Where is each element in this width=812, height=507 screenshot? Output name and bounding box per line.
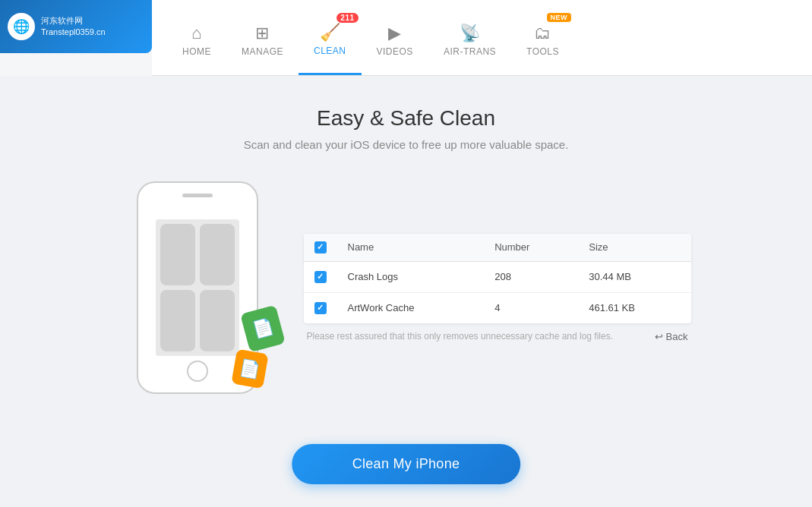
- table-footer: Please rest assured that this only remov…: [304, 323, 691, 342]
- footer-note: Please rest assured that this only remov…: [307, 331, 614, 342]
- file-orange-icon: 📄: [238, 357, 261, 380]
- back-button[interactable]: ↩ Back: [655, 331, 688, 342]
- row1-size: 30.44 MB: [578, 261, 690, 292]
- row2-checkbox-cell: [304, 292, 337, 323]
- table-row: Crash Logs 208 30.44 MB: [304, 261, 691, 292]
- tools-badge: NEW: [547, 13, 572, 22]
- nav-item-air-trans[interactable]: 📡 AIR-TRANS: [428, 7, 511, 75]
- clean-icon: 🧹: [320, 24, 341, 41]
- nav-item-home[interactable]: ⌂ HOME: [167, 7, 226, 75]
- clean-button-container: Clean My iPhone: [292, 444, 521, 484]
- row2-name: ArtWork Cache: [337, 292, 485, 323]
- phone-app-3: [160, 290, 195, 351]
- manage-icon: ⊞: [255, 25, 270, 42]
- clean-badge: 211: [336, 13, 358, 23]
- main-content: Easy & Safe Clean Scan and clean your iO…: [0, 76, 812, 507]
- phone-app-2: [200, 224, 235, 285]
- row1-checkbox[interactable]: [314, 271, 327, 283]
- nav-item-videos-label: VIDEOS: [377, 46, 413, 57]
- table-header-name: Name: [337, 234, 485, 262]
- phone-screen: [156, 219, 239, 356]
- clean-items-table: Name Number Size Crash Logs 208 30.44 MB: [304, 234, 691, 323]
- phone-app-4: [200, 290, 235, 351]
- watermark-banner: 🌐 河东软件网 Transtepl0359.cn: [0, 0, 152, 53]
- watermark-url: Transtepl0359.cn: [41, 27, 106, 38]
- table-header-checkbox: [304, 234, 337, 262]
- page-subtitle: Scan and clean your iOS device to free u…: [244, 138, 569, 151]
- row2-checkbox[interactable]: [314, 302, 327, 314]
- tools-icon: 🗂: [534, 25, 551, 42]
- watermark-site-name: 河东软件网: [41, 15, 106, 27]
- row1-number: 208: [484, 261, 578, 292]
- row2-number: 4: [484, 292, 578, 323]
- nav-item-manage[interactable]: ⊞ MANAGE: [226, 7, 299, 75]
- watermark-text: 河东软件网 Transtepl0359.cn: [41, 15, 106, 39]
- phone-app-1: [160, 224, 195, 285]
- table-row: ArtWork Cache 4 461.61 KB: [304, 292, 691, 323]
- phone-speaker: [182, 194, 213, 197]
- air-trans-icon: 📡: [460, 25, 481, 42]
- back-arrow-icon: ↩: [655, 331, 663, 342]
- table-container: Name Number Size Crash Logs 208 30.44 MB: [304, 234, 691, 342]
- watermark-logo: 🌐: [8, 13, 35, 40]
- nav-item-tools[interactable]: NEW 🗂 TOOLS: [511, 7, 574, 75]
- nav-item-clean-label: CLEAN: [314, 46, 346, 56]
- clean-my-iphone-button[interactable]: Clean My iPhone: [292, 444, 521, 484]
- nav-item-home-label: HOME: [182, 46, 211, 57]
- navigation-bar: ⌂ HOME ⊞ MANAGE 211 🧹 CLEAN ▶ VIDEOS 📡 A…: [152, 0, 812, 76]
- nav-item-manage-label: MANAGE: [242, 46, 283, 57]
- content-area: 📄 📄 Name Number Size: [122, 181, 691, 394]
- row1-name: Crash Logs: [337, 261, 485, 292]
- table-header-row: Name Number Size: [304, 234, 691, 262]
- page-title: Easy & Safe Clean: [317, 106, 495, 131]
- row1-checkbox-cell: [304, 261, 337, 292]
- row2-size: 461.61 KB: [578, 292, 690, 323]
- select-all-checkbox[interactable]: [314, 241, 327, 254]
- file-icon-orange: 📄: [231, 349, 268, 389]
- table-header-number: Number: [484, 234, 578, 262]
- file-green-icon: 📄: [250, 316, 275, 341]
- home-icon: ⌂: [191, 25, 202, 42]
- phone-illustration: 📄 📄: [122, 181, 273, 394]
- nav-item-videos[interactable]: ▶ VIDEOS: [362, 7, 428, 75]
- nav-item-air-trans-label: AIR-TRANS: [444, 46, 496, 57]
- videos-icon: ▶: [388, 25, 402, 42]
- phone-home-button: [187, 361, 208, 382]
- nav-item-tools-label: TOOLS: [526, 46, 559, 57]
- nav-item-clean[interactable]: 211 🧹 CLEAN: [299, 7, 362, 75]
- globe-icon: 🌐: [13, 18, 30, 35]
- back-label: Back: [666, 331, 688, 342]
- nav-items-list: ⌂ HOME ⊞ MANAGE 211 🧹 CLEAN ▶ VIDEOS 📡 A…: [152, 0, 574, 75]
- table-header-size: Size: [578, 234, 690, 262]
